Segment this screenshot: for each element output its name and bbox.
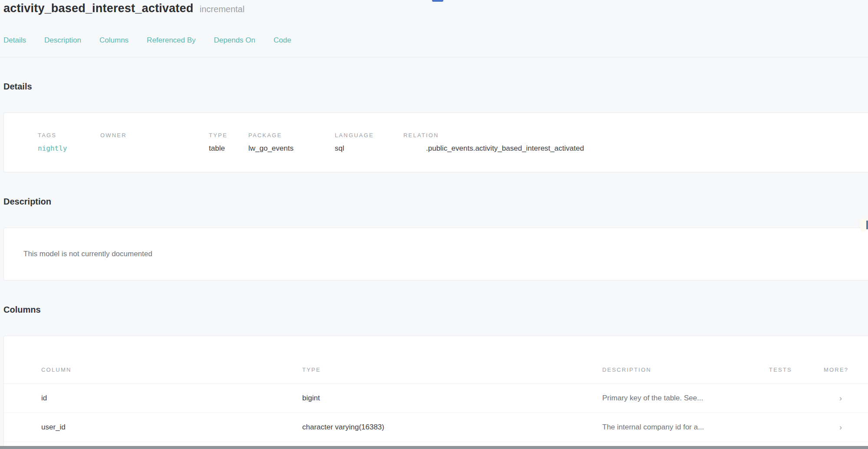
relation-label: RELATION — [403, 132, 868, 139]
nav-link-details[interactable]: Details — [3, 36, 26, 45]
owner-label: OWNER — [100, 132, 209, 139]
chevron-right-icon[interactable]: › — [824, 423, 868, 432]
details-section: Details TAGS nightly OWNER TYPE table PA… — [0, 82, 868, 172]
header-type: TYPE — [302, 366, 602, 373]
column-name: id — [41, 394, 302, 403]
column-description: The internal company id for a... — [602, 423, 769, 432]
details-fields: TAGS nightly OWNER TYPE table PACKAGE lw… — [38, 132, 868, 153]
detail-field-owner: OWNER — [100, 132, 209, 153]
columns-table-card: COLUMN TYPE DESCRIPTION TESTS MORE? id b… — [3, 336, 868, 449]
description-card: This model is not currently documented — [3, 228, 868, 281]
nav-link-code[interactable]: Code — [274, 36, 291, 45]
package-value: lw_go_events — [248, 144, 335, 153]
cutoff-blue-element — [432, 0, 443, 2]
columns-section: Columns COLUMN TYPE DESCRIPTION TESTS MO… — [0, 305, 868, 449]
section-nav: Details Description Columns Referenced B… — [0, 36, 868, 45]
type-label: TYPE — [209, 132, 248, 139]
model-header: activity_based_interest_activated increm… — [0, 1, 868, 15]
language-value: sql — [335, 144, 403, 153]
columns-table-header: COLUMN TYPE DESCRIPTION TESTS MORE? — [4, 336, 868, 384]
description-text: This model is not currently documented — [23, 250, 868, 258]
horizontal-scrollbar[interactable] — [0, 446, 868, 449]
header-column: COLUMN — [41, 366, 302, 373]
header-tests: TESTS — [769, 366, 824, 373]
header-description: DESCRIPTION — [602, 366, 769, 373]
cutoff-right-element — [866, 221, 868, 229]
nav-link-depends-on[interactable]: Depends On — [214, 36, 255, 45]
detail-field-type: TYPE table — [209, 132, 248, 153]
type-value: table — [209, 144, 248, 153]
column-name: user_id — [41, 423, 302, 432]
nav-link-columns[interactable]: Columns — [99, 36, 129, 45]
column-description: Primary key of the table. See... — [602, 394, 769, 403]
column-type: bigint — [302, 394, 602, 403]
header-more: MORE? — [824, 366, 868, 373]
columns-heading: Columns — [0, 305, 868, 315]
owner-value — [100, 144, 209, 153]
language-label: LANGUAGE — [335, 132, 403, 139]
details-card: TAGS nightly OWNER TYPE table PACKAGE lw… — [3, 112, 868, 172]
chevron-right-icon[interactable]: › — [824, 394, 868, 403]
detail-field-relation: RELATION .public_events.activity_based_i… — [403, 132, 868, 153]
table-row[interactable]: id bigint Primary key of the table. See.… — [4, 384, 868, 413]
column-type: character varying(16383) — [302, 423, 602, 432]
tags-label: TAGS — [38, 132, 100, 139]
table-row[interactable]: user_id character varying(16383) The int… — [4, 413, 868, 442]
nav-link-referenced-by[interactable]: Referenced By — [147, 36, 195, 45]
description-heading: Description — [0, 197, 868, 207]
relation-value: .public_events.activity_based_interest_a… — [403, 144, 868, 153]
tag-link[interactable]: nightly — [38, 144, 100, 153]
nav-link-description[interactable]: Description — [44, 36, 81, 45]
package-label: PACKAGE — [248, 132, 335, 139]
details-heading: Details — [0, 82, 868, 92]
model-docs-page: activity_based_interest_activated increm… — [0, 0, 868, 449]
detail-field-tags: TAGS nightly — [38, 132, 100, 153]
description-section: Description This model is not currently … — [0, 197, 868, 281]
materialization-badge: incremental — [200, 4, 244, 14]
header-divider — [0, 57, 868, 57]
detail-field-language: LANGUAGE sql — [335, 132, 403, 153]
detail-field-package: PACKAGE lw_go_events — [248, 132, 335, 153]
cutoff-right-glow — [861, 218, 867, 231]
page-title: activity_based_interest_activated — [3, 2, 193, 15]
